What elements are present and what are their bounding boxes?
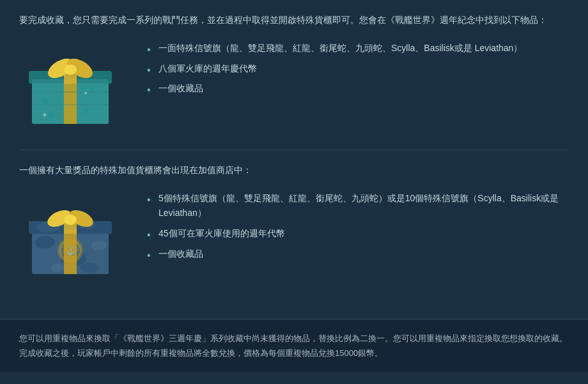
svg-point-20 <box>91 240 107 250</box>
svg-point-13 <box>47 111 55 118</box>
second-gift-image: ⚓ <box>19 191 121 280</box>
gift-box-svg-2: ⚓ <box>22 194 118 277</box>
first-reward-item-2: 八個軍火庫的週年慶代幣 <box>147 61 569 77</box>
section-divider <box>19 150 569 150</box>
second-reward-list-container: 5個特殊信號旗（龍、雙足飛龍、紅龍、銜尾蛇、九頭蛇）或是10個特殊信號旗（Scy… <box>134 191 569 267</box>
svg-point-11 <box>42 98 48 105</box>
svg-point-18 <box>35 236 54 249</box>
svg-text:✦: ✦ <box>42 111 48 119</box>
svg-point-21 <box>51 263 64 272</box>
first-reward-item-1: 一面特殊信號旗（龍、雙足飛龍、紅龍、銜尾蛇、九頭蛇、Scylla、Basilis… <box>147 41 569 56</box>
intro-section: 要完成收藏，您只需要完成一系列的戰鬥任務，並在過程中取得並開啟特殊貨櫃即可。您會… <box>19 13 569 28</box>
gift-box-svg-1: ✦ ✦ <box>22 44 118 127</box>
svg-point-8 <box>64 65 77 75</box>
bottom-notice: 您可以用重複物品來換取「《戰艦世界》三週年慶」系列收藏中尚未獲得的物品，替換比例… <box>0 319 588 372</box>
second-section-intro: 一個擁有大量獎品的特殊加值貨櫃將會出現在加值商店中： <box>19 163 569 178</box>
svg-point-22 <box>81 263 98 273</box>
first-reward-block: ✦ ✦ 一面特殊信號旗（龍、雙足飛龍、紅龍、銜尾蛇、九頭蛇、Scylla、Bas… <box>19 41 569 130</box>
svg-text:✦: ✦ <box>83 89 88 96</box>
intro-text: 要完成收藏，您只需要完成一系列的戰鬥任務，並在過程中取得並開啟特殊貨櫃即可。您會… <box>19 13 569 28</box>
second-reward-item-2: 45個可在軍火庫使用的週年代幣 <box>147 226 569 242</box>
first-gift-image: ✦ ✦ <box>19 41 121 130</box>
second-reward-list: 5個特殊信號旗（龍、雙足飛龍、紅龍、銜尾蛇、九頭蛇）或是10個特殊信號旗（Scy… <box>147 191 569 262</box>
svg-point-14 <box>84 109 89 114</box>
second-reward-block: ⚓ 5個特殊信號旗（龍、雙足飛龍、紅龍、銜尾蛇、九頭蛇）或是10個特殊信號旗（S… <box>19 191 569 280</box>
first-reward-list: 一面特殊信號旗（龍、雙足飛龍、紅龍、銜尾蛇、九頭蛇、Scylla、Basilis… <box>147 41 569 96</box>
svg-point-30 <box>64 215 77 225</box>
svg-point-12 <box>90 86 95 91</box>
first-reward-list-container: 一面特殊信號旗（龍、雙足飛龍、紅龍、銜尾蛇、九頭蛇、Scylla、Basilis… <box>134 41 569 102</box>
second-reward-item-3: 一個收藏品 <box>147 247 569 262</box>
second-reward-item-1: 5個特殊信號旗（龍、雙足飛龍、紅龍、銜尾蛇、九頭蛇）或是10個特殊信號旗（Scy… <box>147 191 569 222</box>
second-intro-text: 一個擁有大量獎品的特殊加值貨櫃將會出現在加值商店中： <box>19 163 569 178</box>
svg-rect-3 <box>64 79 77 124</box>
bottom-text: 您可以用重複物品來換取「《戰艦世界》三週年慶」系列收藏中尚未獲得的物品，替換比例… <box>19 331 569 361</box>
main-content: 要完成收藏，您只需要完成一系列的戰鬥任務，並在過程中取得並開啟特殊貨櫃即可。您會… <box>0 0 588 312</box>
first-reward-item-3: 一個收藏品 <box>147 81 569 96</box>
svg-text:⚓: ⚓ <box>66 245 77 256</box>
